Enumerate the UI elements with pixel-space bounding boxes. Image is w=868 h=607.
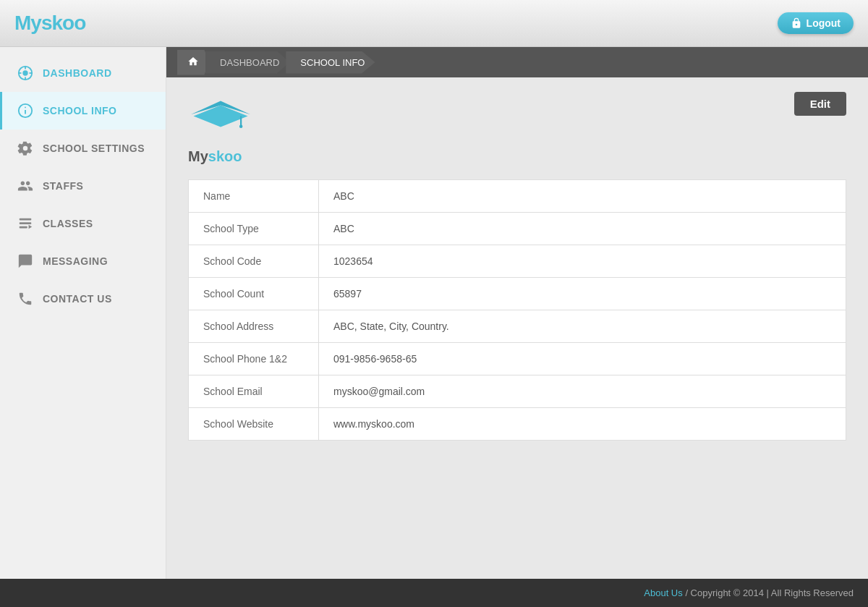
staffs-icon [17,177,34,195]
edit-button[interactable]: Edit [794,92,846,116]
graduation-cap-icon [188,92,253,143]
field-label: School Code [189,245,319,278]
content-area: DASHBOARD SCHOOL INFO [166,47,868,579]
logout-button[interactable]: Logout [778,12,854,34]
breadcrumb-dashboard[interactable]: DASHBOARD [205,51,289,74]
field-label: School Website [189,408,319,441]
school-logo-area: Myskoo Edit [188,92,846,165]
field-value: www.myskoo.com [319,408,846,441]
field-label: Name [189,180,319,213]
table-row: School Phone 1&2 091-9856-9658-65 [189,343,846,375]
field-label: School Address [189,310,319,343]
field-label: School Count [189,278,319,310]
dashboard-icon [17,64,34,82]
field-value: ABC, State, City, Country. [319,310,846,343]
field-label: School Type [189,213,319,245]
about-link[interactable]: About Us [644,587,682,598]
classes-icon [17,215,34,232]
svg-rect-9 [20,218,32,221]
logo-my: My [14,12,41,34]
table-row: School Email myskoo@gmail.com [189,375,846,408]
logo: Myskoo [14,12,85,35]
edit-label: Edit [810,98,830,110]
page-content: Myskoo Edit Name ABC School Type ABC Sch… [166,77,868,455]
sidebar-item-school-settings-label: SCHOOL SETTINGS [43,143,145,154]
field-label: School Email [189,375,319,408]
svg-point-16 [239,125,243,129]
sidebar-item-school-info[interactable]: SCHOOL INFO [0,92,166,130]
sidebar-item-classes-label: CLASSES [43,218,93,229]
table-row: School Website www.myskoo.com [189,408,846,441]
field-value: ABC [319,213,846,245]
sidebar-item-messaging-label: MESSAGING [43,255,108,267]
sidebar-item-staffs[interactable]: STAFFS [0,167,166,205]
copyright-text: / Copyright © 2014 | All Rights Reserved [685,587,854,598]
breadcrumb: DASHBOARD SCHOOL INFO [166,47,868,77]
lock-icon [791,17,802,29]
school-info-table: Name ABC School Type ABC School Code 102… [188,179,846,441]
svg-rect-15 [240,116,242,127]
field-value: 1023654 [319,245,846,278]
sidebar-item-contact-us[interactable]: CONTACT US [0,280,166,318]
svg-marker-13 [194,106,248,127]
field-value: 091-9856-9658-65 [319,343,846,375]
sidebar-item-contact-us-label: CONTACT US [43,293,112,305]
svg-point-1 [22,70,27,75]
school-logo: Myskoo [188,92,253,165]
info-icon [17,102,34,119]
field-value: ABC [319,180,846,213]
svg-rect-10 [20,222,32,224]
field-value: 65897 [319,278,846,310]
field-value: myskoo@gmail.com [319,375,846,408]
logout-label: Logout [807,17,841,29]
sidebar-item-messaging[interactable]: MESSAGING [0,242,166,280]
table-row: School Address ABC, State, City, Country… [189,310,846,343]
table-row: Name ABC [189,180,846,213]
table-row: School Count 65897 [189,278,846,310]
sidebar-item-staffs-label: STAFFS [43,180,83,192]
myskoo-label: Myskoo [188,148,253,165]
sidebar-item-dashboard[interactable]: DASHBOARD [0,54,166,92]
table-row: School Code 1023654 [189,245,846,278]
table-row: School Type ABC [189,213,846,245]
sidebar-item-school-settings[interactable]: SCHOOL SETTINGS [0,130,166,167]
svg-point-8 [25,107,26,109]
home-icon [187,56,199,67]
settings-icon [17,140,34,157]
sidebar-item-classes[interactable]: CLASSES [0,205,166,242]
main-container: DASHBOARD SCHOOL INFO SCHOOL SETTINGS [0,47,868,579]
header: Myskoo Logout [0,0,868,47]
breadcrumb-school-info[interactable]: SCHOOL INFO [286,51,375,74]
messaging-icon [17,252,34,270]
sidebar-item-dashboard-label: DASHBOARD [43,67,112,79]
sidebar-item-school-info-label: SCHOOL INFO [43,105,116,116]
field-label: School Phone 1&2 [189,343,319,375]
svg-marker-12 [29,225,33,229]
svg-rect-11 [20,226,27,229]
contact-icon [17,290,34,307]
logo-skoo: skoo [41,12,85,34]
breadcrumb-home[interactable] [177,50,209,75]
footer: About Us / Copyright © 2014 | All Rights… [0,579,868,607]
sidebar: DASHBOARD SCHOOL INFO SCHOOL SETTINGS [0,47,166,579]
